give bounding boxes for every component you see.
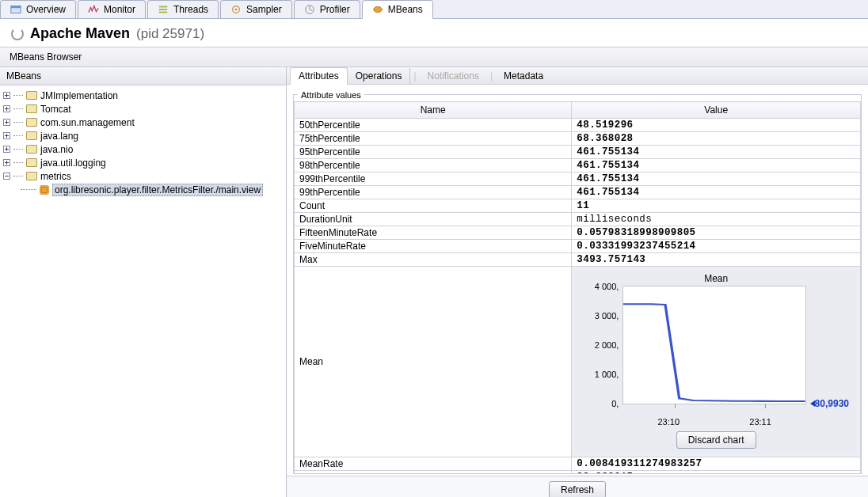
svg-rect-4 — [159, 12, 168, 13]
attr-value: 68.368028 — [572, 132, 861, 146]
tab-label: Overview — [26, 4, 66, 15]
table-row[interactable]: Count11 — [295, 199, 861, 213]
footer-bar: Refresh — [287, 476, 868, 497]
chart-title: Mean — [578, 273, 854, 286]
collapse-icon[interactable] — [3, 173, 10, 180]
folder-icon — [26, 131, 37, 140]
table-row-chart: Mean Mean 4 000, 3 000, 2 000, — [295, 267, 861, 457]
table-row[interactable]: FiveMinuteRate0.03331993237455214 — [295, 240, 861, 253]
tree-node[interactable]: metrics — [3, 169, 283, 183]
subtab-notifications: Notifications — [420, 68, 487, 84]
tab-label: Sampler — [246, 4, 282, 15]
attr-name: Min — [295, 471, 572, 474]
attr-name: Count — [295, 199, 572, 213]
tab-sampler[interactable]: Sampler — [220, 0, 292, 18]
chart-y-labels: 4 000, 3 000, 2 000, 1 000, 0, — [581, 282, 619, 408]
attr-value: 48.519296 — [572, 119, 861, 132]
tree-node[interactable]: com.sun.management — [3, 116, 283, 129]
folder-icon — [26, 172, 37, 180]
expand-icon[interactable] — [3, 105, 10, 112]
tree-label: org.libresonic.player.filter.MetricsFilt… — [52, 184, 263, 196]
attr-value: 461.755134 — [572, 173, 861, 186]
subtab-attributes[interactable]: Attributes — [290, 67, 348, 85]
tab-overview[interactable]: Overview — [0, 0, 76, 18]
table-row[interactable]: 75thPercentile68.368028 — [295, 132, 861, 146]
tree-node[interactable]: JMImplementation — [3, 89, 283, 102]
attr-value: milliseconds — [572, 213, 861, 226]
mbean-tree[interactable]: JMImplementation Tomcat com.sun.manageme… — [0, 85, 286, 199]
tree-node[interactable]: java.util.logging — [3, 156, 283, 169]
attr-name: 98thPercentile — [295, 159, 572, 173]
main-tab-strip: Overview Monitor Threads Sampler Profile… — [0, 0, 868, 19]
sub-tab-strip: Attributes Operations | Notifications | … — [287, 67, 868, 85]
tree-label: metrics — [40, 171, 71, 182]
svg-rect-1 — [11, 6, 21, 9]
tree-node[interactable]: java.lang — [3, 129, 283, 142]
svg-rect-2 — [159, 6, 168, 8]
tab-label: Profiler — [320, 4, 350, 15]
table-row[interactable]: 95thPercentile461.755134 — [295, 146, 861, 159]
attr-name: 75thPercentile — [295, 132, 572, 146]
attr-name: MeanRate — [295, 457, 572, 471]
col-value[interactable]: Value — [572, 102, 861, 119]
folder-icon — [26, 104, 37, 113]
tree-leaf[interactable]: org.libresonic.player.filter.MetricsFilt… — [3, 183, 283, 196]
table-row[interactable]: 50thPercentile48.519296 — [295, 119, 861, 132]
tree-label: com.sun.management — [40, 117, 135, 128]
mbeans-icon — [372, 4, 383, 15]
attr-value: 3493.757143 — [572, 253, 861, 267]
tree-node[interactable]: Tomcat — [3, 102, 283, 116]
expand-icon[interactable] — [3, 92, 10, 99]
tree-label: JMImplementation — [40, 90, 118, 101]
app-pid: (pid 25971) — [136, 26, 204, 42]
attr-value: 461.755134 — [572, 159, 861, 173]
tree-label: Tomcat — [40, 104, 71, 115]
spinner-icon — [11, 28, 24, 40]
expand-icon[interactable] — [3, 119, 10, 126]
attr-value: 461.755134 — [572, 186, 861, 199]
expand-icon[interactable] — [3, 159, 10, 166]
tree-label: java.util.logging — [40, 157, 106, 169]
table-row[interactable]: 98thPercentile461.755134 — [295, 159, 861, 173]
col-name[interactable]: Name — [295, 102, 572, 119]
attr-name: Max — [295, 253, 572, 267]
table-row[interactable]: Max3493.757143 — [295, 253, 861, 267]
sidebar-title: MBeans — [0, 67, 286, 85]
expand-icon[interactable] — [3, 132, 10, 139]
attribute-scroll[interactable]: Name Value 50thPercentile48.51929675thPe… — [294, 101, 861, 473]
folder-icon — [26, 158, 37, 167]
table-row[interactable]: 99thPercentile461.755134 — [295, 186, 861, 199]
monitor-icon — [88, 4, 99, 15]
tab-threads[interactable]: Threads — [147, 0, 219, 18]
tree-label: java.nio — [40, 144, 73, 155]
expand-icon[interactable] — [3, 146, 10, 153]
tab-profiler[interactable]: Profiler — [294, 0, 360, 18]
tab-label: MBeans — [388, 4, 423, 15]
svg-point-6 — [235, 9, 238, 11]
table-row[interactable]: Min28.232815 — [295, 471, 861, 474]
chart-current-value: 80,9930 — [815, 398, 849, 409]
table-row[interactable]: DurationUnitmilliseconds — [295, 213, 861, 226]
tab-monitor[interactable]: Monitor — [78, 0, 146, 18]
attr-value: 0.05798318998909805 — [572, 226, 861, 240]
table-row[interactable]: FifteenMinuteRate0.05798318998909805 — [295, 226, 861, 240]
attribute-panel: Attributes Operations | Notifications | … — [287, 67, 868, 497]
attr-value: 11 — [572, 199, 861, 213]
attr-name: 99thPercentile — [295, 186, 572, 199]
table-row[interactable]: MeanRate0.008419311274983257 — [295, 457, 861, 471]
profiler-icon — [304, 4, 315, 15]
table-row[interactable]: 999thPercentile461.755134 — [295, 173, 861, 186]
attr-name: Mean — [295, 267, 572, 457]
discard-chart-button[interactable]: Discard chart — [676, 431, 756, 449]
tab-mbeans[interactable]: MBeans — [362, 0, 433, 19]
tree-node[interactable]: java.nio — [3, 142, 283, 156]
tab-label: Monitor — [104, 4, 135, 15]
attr-value: 0.03331993237455214 — [572, 240, 861, 253]
folder-icon — [26, 145, 37, 154]
refresh-button[interactable]: Refresh — [549, 481, 606, 497]
sampler-icon — [230, 4, 242, 15]
subtab-metadata[interactable]: Metadata — [496, 68, 551, 84]
subtab-operations[interactable]: Operations — [348, 68, 411, 84]
svg-rect-3 — [159, 9, 168, 10]
app-title: Apache Maven — [30, 25, 130, 41]
